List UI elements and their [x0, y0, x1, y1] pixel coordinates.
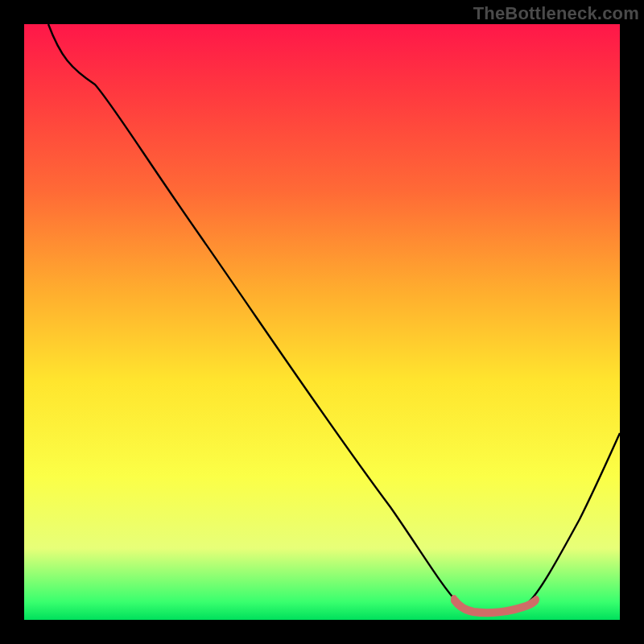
- bottleneck-curve: [48, 24, 620, 611]
- highlight-segment: [455, 601, 535, 613]
- watermark-text: TheBottleneck.com: [473, 3, 639, 24]
- plot-svg: [24, 24, 620, 620]
- highlight-dash-right: [533, 596, 539, 604]
- highlight-dash-left: [451, 595, 457, 603]
